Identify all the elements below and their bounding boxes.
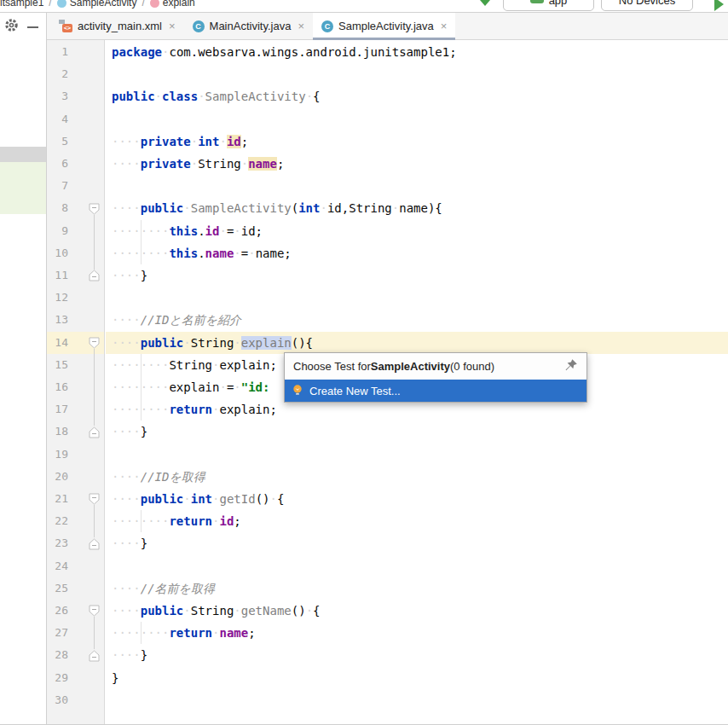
line-number: 16 — [47, 376, 68, 398]
panel-gray-row — [0, 147, 46, 162]
code-line: ····public·String·explain(){ — [106, 332, 728, 354]
breadcrumb-item[interactable]: explain — [150, 0, 195, 9]
line-number: 20 — [47, 466, 68, 488]
line-number: 18 — [47, 420, 68, 443]
gutter-row: 30 — [47, 689, 104, 711]
close-icon[interactable]: × — [441, 20, 448, 32]
code-line: ····} — [106, 264, 728, 287]
line-number: 21 — [47, 488, 68, 510]
line-number: 24 — [47, 555, 68, 577]
editor-gutter: 1234567891011121314151617181920212223242… — [47, 40, 105, 725]
fold-marker[interactable] — [89, 605, 100, 617]
breadcrumb-item[interactable]: SampleActivity — [57, 0, 137, 9]
code-line: ····} — [106, 420, 728, 443]
line-number: 3 — [47, 85, 68, 107]
fold-marker[interactable] — [89, 426, 100, 438]
fold-region-line — [94, 215, 95, 270]
line-number: 7 — [47, 175, 68, 197]
line-number: 10 — [47, 242, 68, 264]
line-number: 27 — [47, 622, 68, 644]
line-number: 26 — [47, 600, 68, 622]
top-strip: itsample1/SampleActivity/explain app No … — [0, 0, 728, 13]
tab-SampleActivity.java[interactable]: CSampleActivity.java× — [313, 13, 455, 39]
tab-MainActivity.java[interactable]: CMainActivity.java× — [184, 13, 313, 39]
breadcrumb-label: SampleActivity — [70, 0, 137, 9]
line-number: 23 — [47, 532, 68, 554]
popup-item-create-new-test[interactable]: Create New Test... — [285, 380, 586, 402]
code-line: ····public·String·getName()·{ — [106, 600, 728, 622]
panel-green-row — [0, 162, 46, 214]
close-icon[interactable]: × — [298, 20, 304, 32]
fold-region-line — [94, 349, 95, 426]
gear-icon[interactable] — [4, 18, 19, 36]
gutter-row: 10 — [47, 242, 104, 264]
line-number: 13 — [47, 309, 68, 331]
line-number: 25 — [47, 577, 68, 600]
code-line: public·class·SampleActivity·{ — [106, 85, 728, 107]
code-line: ········this.name·=·name; — [106, 242, 728, 264]
gutter-row: 22 — [47, 510, 104, 532]
tab-bar: <>activity_main.xml×CMainActivity.java×C… — [47, 13, 728, 40]
fold-marker[interactable] — [89, 493, 100, 505]
ide-window: itsample1/SampleActivity/explain app No … — [0, 0, 728, 725]
method-circle-icon — [150, 0, 159, 8]
run-config-button[interactable]: app — [503, 0, 594, 11]
fold-marker[interactable] — [89, 270, 100, 281]
breadcrumb-item[interactable]: itsample1 — [0, 0, 43, 9]
fold-marker[interactable] — [89, 538, 100, 550]
breadcrumb-separator: / — [49, 0, 51, 9]
pin-icon[interactable] — [564, 358, 578, 374]
code-line — [106, 444, 728, 466]
line-number: 22 — [47, 510, 68, 532]
left-tool-panel — [0, 13, 47, 725]
popup-title-prefix: Choose Test for — [293, 360, 371, 373]
popup-item-label: Create New Test... — [309, 385, 401, 397]
devices-label: No Devices — [619, 0, 675, 7]
code-line — [106, 108, 728, 130]
gutter-row: 6 — [47, 153, 104, 175]
code-line: ····//IDと名前を紹介 — [106, 309, 728, 331]
devices-button[interactable]: No Devices — [601, 0, 693, 11]
line-number: 19 — [47, 444, 68, 466]
code-line: ····//名前を取得 — [106, 577, 728, 600]
breadcrumb: itsample1/SampleActivity/explain — [0, 0, 195, 11]
line-number: 5 — [47, 130, 68, 153]
breadcrumb-label: explain — [163, 0, 195, 9]
code-line: ····public·int·getId()·{ — [106, 488, 728, 510]
minimize-icon[interactable] — [27, 26, 38, 28]
gutter-row: 5 — [47, 130, 104, 153]
green-arrow-down-icon[interactable] — [479, 0, 491, 10]
fold-marker[interactable] — [89, 650, 100, 662]
popup-title-suffix: (0 found) — [450, 360, 494, 373]
code-line: ····} — [106, 644, 728, 666]
code-line: ····public·SampleActivity(int·id,String·… — [106, 197, 728, 219]
gutter-row: 19 — [47, 444, 104, 466]
gutter-row: 9 — [47, 220, 104, 242]
gutter-row: 1 — [47, 41, 104, 63]
fold-region-line — [94, 617, 95, 649]
line-number: 17 — [47, 398, 68, 420]
code-line: ····private·int·id; — [106, 130, 728, 153]
line-number: 15 — [47, 354, 68, 376]
code-line: ····private·String·name; — [106, 153, 728, 175]
breadcrumb-label: itsample1 — [0, 0, 43, 9]
code-line: ········return·name; — [106, 622, 728, 644]
fold-marker[interactable] — [89, 203, 100, 215]
gutter-row: 7 — [47, 175, 104, 197]
class-circle-icon — [57, 0, 66, 8]
close-icon[interactable]: × — [169, 20, 176, 32]
tab-label: MainActivity.java — [210, 20, 292, 32]
gutter-row: 16 — [47, 376, 104, 398]
code-line: } — [106, 667, 728, 689]
gutter-row: 15 — [47, 354, 104, 376]
gutter-row: 12 — [47, 287, 104, 309]
run-play-icon[interactable] — [714, 0, 724, 11]
gutter-row: 13 — [47, 309, 104, 331]
gutter-row: 17 — [47, 398, 104, 420]
fold-marker[interactable] — [89, 337, 100, 349]
tab-activity_main.xml[interactable]: <>activity_main.xml× — [50, 13, 184, 39]
gutter-row: 29 — [47, 667, 104, 689]
line-number: 2 — [47, 63, 68, 85]
run-config-label: app — [549, 0, 568, 7]
gutter-row: 24 — [47, 555, 104, 577]
